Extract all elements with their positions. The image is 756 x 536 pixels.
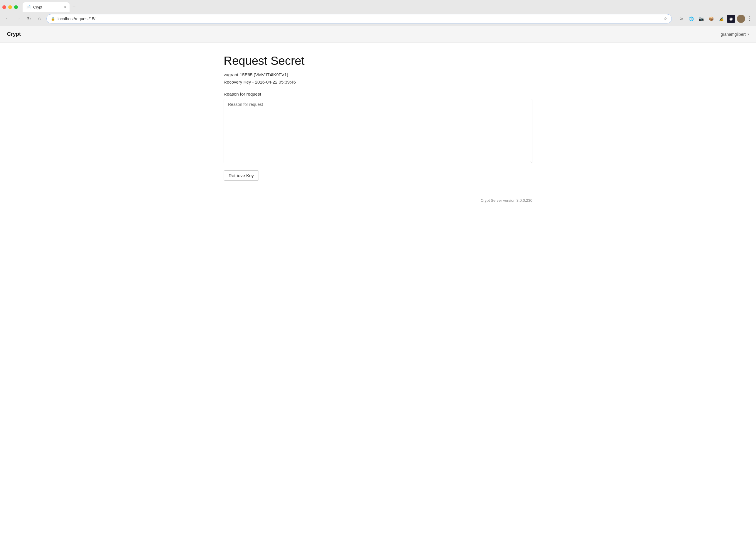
navbar-brand[interactable]: Crypt	[7, 31, 21, 37]
extension-3[interactable]: 📷	[697, 15, 705, 23]
user-avatar[interactable]	[737, 15, 745, 23]
extension-6[interactable]: ◉	[727, 15, 735, 23]
close-button[interactable]	[2, 5, 6, 9]
home-button[interactable]: ⌂	[35, 15, 44, 23]
browser-chrome: 📄 Crypt × + ← → ↻ ⌂ 🔒 ☆ 🗂 🌐 📷 📦 🔏 ◉ ⋮	[0, 0, 756, 26]
browser-extensions: 🗂 🌐 📷 📦 🔏 ◉ ⋮	[677, 15, 752, 23]
address-bar: ← → ↻ ⌂ 🔒 ☆ 🗂 🌐 📷 📦 🔏 ◉ ⋮	[0, 12, 756, 26]
tab-bar: 📄 Crypt × +	[0, 0, 756, 12]
nav-buttons: ← → ↻ ⌂	[4, 15, 44, 23]
machine-name: vagrant-15E65 (VMVJT4IK9FV1)	[224, 72, 532, 77]
extension-4[interactable]: 📦	[707, 15, 715, 23]
extension-5[interactable]: 🔏	[717, 15, 725, 23]
maximize-button[interactable]	[14, 5, 18, 9]
new-tab-button[interactable]: +	[71, 4, 78, 10]
navbar: Crypt grahamgilbert ▾	[0, 26, 756, 43]
window-controls	[2, 5, 18, 9]
forward-button[interactable]: →	[14, 15, 22, 23]
page-footer: Crypt Server version 3.0.0.230	[217, 192, 539, 209]
url-input[interactable]	[57, 17, 661, 21]
tab-page-icon: 📄	[26, 5, 31, 9]
minimize-button[interactable]	[8, 5, 12, 9]
lock-icon: 🔒	[51, 17, 55, 21]
back-button[interactable]: ←	[4, 15, 12, 23]
reload-button[interactable]: ↻	[25, 15, 33, 23]
reason-textarea[interactable]	[224, 99, 532, 163]
active-tab[interactable]: 📄 Crypt ×	[22, 2, 70, 12]
main-content: Request Secret vagrant-15E65 (VMVJT4IK9F…	[217, 43, 539, 192]
version-text: Crypt Server version 3.0.0.230	[481, 198, 532, 203]
tab-title: Crypt	[33, 5, 42, 9]
reason-label: Reason for request	[224, 91, 532, 96]
page-title: Request Secret	[224, 54, 532, 67]
tab-close-icon[interactable]: ×	[64, 5, 66, 9]
extension-2[interactable]: 🌐	[687, 15, 695, 23]
retrieve-key-button[interactable]: Retrieve Key	[224, 170, 259, 181]
url-bar[interactable]: 🔒 ☆	[46, 14, 672, 23]
browser-menu-button[interactable]: ⋮	[747, 16, 752, 22]
pocket-extension[interactable]: 🗂	[677, 15, 685, 23]
navbar-caret-icon: ▾	[747, 33, 749, 36]
navbar-user-menu[interactable]: grahamgilbert ▾	[720, 32, 749, 37]
page-content: Crypt grahamgilbert ▾ Request Secret vag…	[0, 26, 756, 209]
bookmark-icon[interactable]: ☆	[664, 17, 667, 21]
recovery-key-info: Recovery Key - 2016-04-22 05:39:46	[224, 80, 532, 84]
navbar-username: grahamgilbert	[720, 32, 746, 37]
